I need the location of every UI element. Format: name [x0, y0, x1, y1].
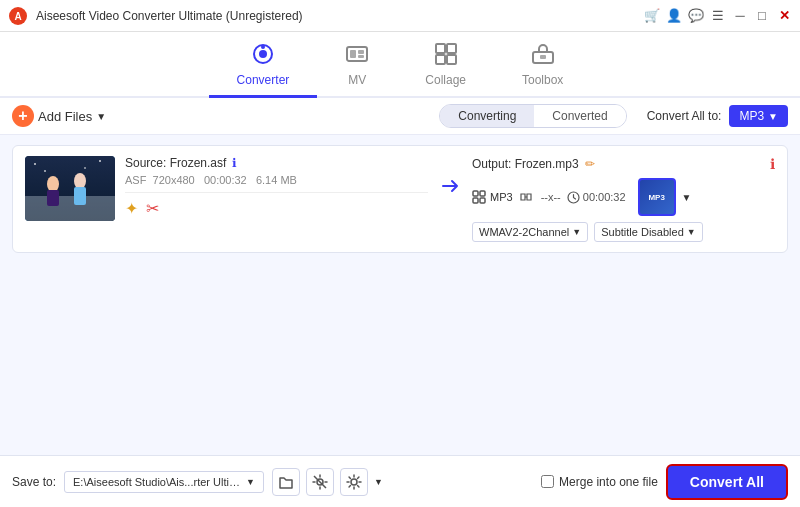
svg-point-23: [84, 167, 86, 169]
file-thumbnail: [25, 156, 115, 221]
enhance-icon[interactable]: ✦: [125, 199, 138, 218]
format-select-arrow-icon: ▼: [768, 111, 778, 122]
convert-all-to-label: Convert All to:: [647, 109, 722, 123]
source-info-icon[interactable]: ℹ: [232, 156, 237, 170]
subtitle-select[interactable]: Subtitle Disabled ▼: [594, 222, 702, 242]
save-path-text: E:\Aiseesoft Studio\Ais...rter Ultimate\…: [73, 476, 242, 488]
maximize-icon[interactable]: □: [754, 8, 770, 24]
user-icon[interactable]: 👤: [666, 8, 682, 24]
svg-rect-6: [350, 50, 356, 58]
converter-icon: [251, 42, 275, 71]
svg-line-31: [314, 476, 326, 488]
tab-toolbox-label: Toolbox: [522, 73, 563, 87]
app-logo: A: [8, 6, 28, 26]
collage-icon: [434, 42, 458, 71]
mv-icon: [345, 42, 369, 71]
convert-arrow: [438, 156, 462, 198]
output-format-label: MP3: [490, 191, 513, 203]
minimize-icon[interactable]: ─: [732, 8, 748, 24]
svg-point-19: [74, 173, 86, 189]
file-format: ASF: [125, 174, 146, 186]
toolbar: + Add Files ▼ Converting Converted Conve…: [0, 98, 800, 135]
add-files-label: Add Files: [38, 109, 92, 124]
bottom-icons: ▼: [272, 468, 383, 496]
main-content: Source: Frozen.asf ℹ ASF 720x480 00:00:3…: [0, 135, 800, 455]
cart-icon[interactable]: 🛒: [644, 8, 660, 24]
svg-rect-28: [480, 198, 485, 203]
tab-converter[interactable]: Converter: [209, 36, 318, 98]
title-bar: A Aiseesoft Video Converter Ultimate (Un…: [0, 0, 800, 32]
save-to-label: Save to:: [12, 475, 56, 489]
tab-group-status: Converting Converted: [439, 104, 626, 128]
close-icon[interactable]: ✕: [776, 8, 792, 24]
output-res-value: --x--: [541, 191, 561, 203]
file-duration: 00:00:32: [204, 174, 247, 186]
audio-channel-arrow-icon: ▼: [572, 227, 581, 237]
output-settings: MP3 --x-- 00:00:32 MP3: [472, 178, 775, 216]
file-size: 6.14 MB: [256, 174, 297, 186]
menu-icon[interactable]: ☰: [710, 8, 726, 24]
output-edit-icon[interactable]: ✏: [585, 157, 595, 171]
nav-tabs: Converter MV Collage: [0, 32, 800, 98]
window-controls: 🛒 👤 💬 ☰ ─ □ ✕: [644, 8, 792, 24]
audio-channel-select[interactable]: WMAV2-2Channel ▼: [472, 222, 588, 242]
file-actions: ✦ ✂: [125, 199, 428, 218]
output-dropdowns: WMAV2-2Channel ▼ Subtitle Disabled ▼: [472, 222, 775, 242]
converted-tab[interactable]: Converted: [534, 105, 625, 127]
file-source-label: Source: Frozen.asf: [125, 156, 226, 170]
convert-all-button[interactable]: Convert All: [666, 464, 788, 500]
output-duration: 00:00:32: [567, 191, 626, 204]
format-select-button[interactable]: MP3 ▼: [729, 105, 788, 127]
settings-icon-btn[interactable]: [340, 468, 368, 496]
file-source-row: Source: Frozen.asf ℹ: [125, 156, 428, 170]
output-col: Output: Frozen.mp3 ✏ ℹ MP3: [472, 156, 775, 242]
output-thumb: MP3: [638, 178, 676, 216]
output-top: Output: Frozen.mp3 ✏ ℹ: [472, 156, 775, 172]
file-item: Source: Frozen.asf ℹ ASF 720x480 00:00:3…: [12, 145, 788, 253]
save-path-arrow-icon: ▼: [246, 477, 255, 487]
svg-rect-26: [480, 191, 485, 196]
svg-text:A: A: [14, 11, 21, 22]
output-thumb-dropdown-icon[interactable]: ▼: [682, 192, 692, 203]
svg-point-24: [44, 170, 46, 172]
svg-point-17: [47, 176, 59, 192]
svg-rect-16: [25, 196, 115, 221]
file-resolution: 720x480: [153, 174, 195, 186]
tab-collage-label: Collage: [425, 73, 466, 87]
output-info-icon[interactable]: ℹ: [770, 156, 775, 172]
output-label: Output: Frozen.mp3: [472, 157, 579, 171]
bottom-bar: Save to: E:\Aiseesoft Studio\Ais...rter …: [0, 455, 800, 507]
save-path-select[interactable]: E:\Aiseesoft Studio\Ais...rter Ultimate\…: [64, 471, 264, 493]
folder-icon-btn[interactable]: [272, 468, 300, 496]
svg-rect-11: [436, 55, 445, 64]
audio-channel-label: WMAV2-2Channel: [479, 226, 569, 238]
add-files-button[interactable]: + Add Files ▼: [12, 105, 106, 127]
svg-rect-9: [436, 44, 445, 53]
svg-point-4: [261, 45, 265, 49]
svg-rect-12: [447, 55, 456, 64]
merge-checkbox[interactable]: [541, 475, 554, 488]
merge-checkbox-label: Merge into one file: [541, 475, 658, 489]
chat-icon[interactable]: 💬: [688, 8, 704, 24]
svg-rect-18: [47, 190, 59, 206]
svg-rect-20: [74, 187, 86, 205]
tab-mv-label: MV: [348, 73, 366, 87]
svg-point-3: [259, 50, 267, 58]
format-select-label: MP3: [739, 109, 764, 123]
file-info: Source: Frozen.asf ℹ ASF 720x480 00:00:3…: [125, 156, 428, 218]
app-title: Aiseesoft Video Converter Ultimate (Unre…: [36, 9, 644, 23]
tab-converter-label: Converter: [237, 73, 290, 87]
settings-off-icon-btn[interactable]: [306, 468, 334, 496]
tab-collage[interactable]: Collage: [397, 36, 494, 98]
output-resolution: [519, 190, 535, 204]
tab-toolbox[interactable]: Toolbox: [494, 36, 591, 98]
subtitle-arrow-icon: ▼: [687, 227, 696, 237]
converting-tab[interactable]: Converting: [440, 105, 534, 127]
scissors-icon[interactable]: ✂: [146, 199, 159, 218]
svg-rect-25: [473, 191, 478, 196]
tab-mv[interactable]: MV: [317, 36, 397, 98]
subtitle-label: Subtitle Disabled: [601, 226, 684, 238]
add-dropdown-arrow-icon: ▼: [96, 111, 106, 122]
settings-arrow-icon[interactable]: ▼: [374, 477, 383, 487]
svg-rect-10: [447, 44, 456, 53]
